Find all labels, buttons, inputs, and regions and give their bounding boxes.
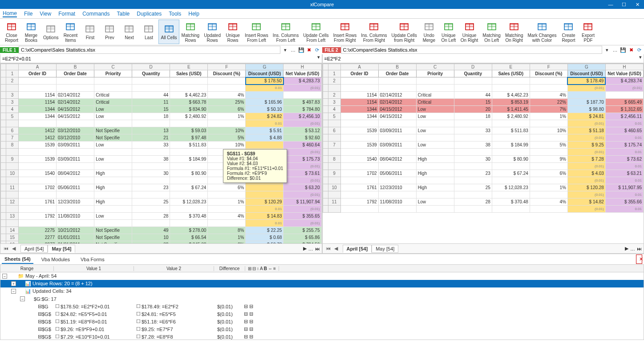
tree-diff-item[interactable]: ⊟ $G$☐$51.19: =E8*F8+0.01☐$51.18: =E6*F6…	[0, 318, 644, 325]
menu-home[interactable]: Home	[3, 10, 17, 17]
cell[interactable]: 1761	[19, 198, 57, 206]
ribbon-update-cells-from-left[interactable]: Update CellsFrom Left	[301, 20, 331, 44]
cell[interactable]: $ 67.24	[170, 184, 208, 191]
close-panel-icon[interactable]: ✕	[636, 255, 642, 264]
cell[interactable]: 15	[454, 99, 492, 106]
prev-icon[interactable]: ◀	[333, 246, 339, 251]
cell[interactable]: 01/01/2011	[57, 234, 94, 241]
cell[interactable]: $ 184.99	[492, 142, 530, 149]
file1-path-input[interactable]	[19, 46, 280, 54]
cell[interactable]: 12/23/2010	[378, 184, 416, 191]
ribbon-ins.-columns-from-left[interactable]: Ins. ColumnsFrom Left	[271, 20, 301, 44]
ribbon-insert-rows-from-left[interactable]: Insert RowsFrom Left	[243, 20, 271, 44]
cell[interactable]: 1%	[208, 113, 246, 120]
next-icon[interactable]: ▶	[625, 246, 628, 251]
cell[interactable]	[57, 77, 94, 85]
cell[interactable]: $ 4,462.23	[170, 92, 208, 99]
cell[interactable]: $ 355.66	[605, 198, 643, 206]
cell[interactable]: 03/09/2011	[378, 142, 416, 149]
right-grid[interactable]: ABCDEFGH1Order IDOrder DatePriorityQuant…	[323, 64, 644, 213]
cell[interactable]	[284, 92, 321, 99]
cell[interactable]: 7%	[530, 106, 567, 113]
cell[interactable]: 38	[454, 142, 492, 149]
cell[interactable]: $ 92.60	[284, 134, 321, 142]
cell[interactable]: 30	[454, 156, 492, 163]
cell[interactable]: $ 80.90	[492, 156, 530, 163]
cell[interactable]: Low	[416, 113, 454, 120]
cell[interactable]: Not Specifie	[94, 234, 132, 241]
cell[interactable]: Critical	[416, 92, 454, 99]
cell[interactable]: 18	[132, 113, 170, 120]
cell[interactable]: $ 784.80	[284, 106, 321, 113]
cell[interactable]: 25	[454, 184, 492, 191]
save-icon[interactable]: 💾	[620, 47, 626, 53]
cell[interactable]: 1%	[208, 198, 246, 206]
cell[interactable]: 1%	[530, 113, 567, 120]
cell[interactable]: 38	[132, 156, 170, 163]
cell[interactable]: Low	[94, 156, 132, 163]
cell[interactable]: 32	[132, 241, 170, 244]
cell[interactable]: Critical	[416, 99, 454, 106]
cell[interactable]: Critical	[94, 92, 132, 99]
cell[interactable]: 08/04/2012	[57, 170, 94, 177]
cell[interactable]: $ 4,283.74	[605, 77, 643, 85]
grid-row[interactable]: 4134404/15/2012Low15$ 834.906%$ 50.10$ 7…	[1, 106, 322, 113]
grid-row[interactable]: 3115402/14/2012Critical11$ 663.7825%$ 16…	[1, 99, 322, 106]
toolbar-icon[interactable]: ↕	[257, 266, 259, 271]
cell[interactable]: $ 59.03	[170, 127, 208, 134]
menu-duplicates[interactable]: Duplicates	[137, 11, 162, 17]
toolbar-icon[interactable]: A	[260, 266, 263, 271]
menu-format[interactable]: Format	[58, 11, 75, 17]
cell[interactable]: 18	[454, 113, 492, 120]
cell[interactable]: $ 11,907.95	[605, 184, 643, 191]
cell[interactable]: 28	[454, 198, 492, 206]
ribbon-insert-rows-from-right[interactable]: Insert RowsFrom Right	[331, 20, 359, 44]
first-icon[interactable]: ⏮	[324, 246, 332, 251]
cell[interactable]: 02/14/2012	[378, 99, 416, 106]
cell[interactable]: 13	[132, 127, 170, 134]
cell[interactable]: $ 22.25	[246, 227, 284, 234]
cell[interactable]: $ 165.96	[246, 99, 284, 106]
tree-diff-item[interactable]: ⊟ $G$☐$9.26: =E9*F9+0.01☐$9.25: =E7*F7$(…	[0, 325, 644, 333]
cell[interactable]: 1761	[340, 184, 378, 191]
cell[interactable]: $ 511.83	[170, 142, 208, 149]
cell[interactable]: 33	[454, 127, 492, 134]
cell[interactable]: $ 2,480.92	[170, 113, 208, 120]
cell[interactable]: 11	[132, 99, 170, 106]
cell[interactable]: $ 12,028.23	[170, 198, 208, 206]
cell[interactable]: 12/23/2010	[57, 198, 94, 206]
cell[interactable]: $ 1,411.45	[492, 106, 530, 113]
cell[interactable]: 6%	[208, 241, 246, 244]
cell[interactable]	[19, 77, 57, 85]
cell[interactable]: 2277	[19, 241, 57, 244]
cell[interactable]: $ 178.50	[246, 77, 284, 85]
cell[interactable]: High	[94, 170, 132, 177]
file1-formula-input[interactable]	[0, 54, 316, 63]
cell[interactable]: Critical	[94, 99, 132, 106]
maximize-icon[interactable]: ☐	[617, 2, 631, 8]
menu-commands[interactable]: Commands	[82, 11, 109, 17]
ribbon-unique-rows[interactable]: UniqueRows	[223, 20, 243, 44]
col-range[interactable]: Range	[0, 266, 54, 271]
cell[interactable]: $ 4,462.23	[492, 92, 530, 99]
ribbon-first[interactable]: First	[80, 20, 100, 44]
cell[interactable]: 5%	[530, 142, 567, 149]
cell[interactable]: 1154	[19, 99, 57, 106]
tree-column-g[interactable]: −$G:$G: 17	[0, 295, 644, 303]
menu-table[interactable]: Table	[117, 11, 130, 17]
grid-row[interactable]: 11170205/06/2011High23$ 67.246%$ 63.20	[1, 184, 322, 191]
cell[interactable]: Low	[416, 106, 454, 113]
cell[interactable]: 03/12/2010	[57, 134, 94, 142]
cell[interactable]: $ 178.49	[567, 77, 605, 85]
cell[interactable]: 1154	[19, 92, 57, 99]
cell[interactable]: 1154	[340, 99, 378, 106]
cell[interactable]: 1344	[19, 113, 57, 120]
cell[interactable]: 2275	[19, 227, 57, 234]
bookmark-icon[interactable]: …	[612, 47, 618, 53]
dropdown-icon[interactable]: ▾	[316, 54, 322, 63]
cell[interactable]: 03/09/2011	[378, 127, 416, 134]
cell[interactable]: $ 50.73	[246, 241, 284, 244]
expand-icon[interactable]: +	[11, 281, 16, 286]
cell[interactable]: Not Specifie	[94, 227, 132, 234]
ribbon-matching-rows[interactable]: MatchingRows	[179, 20, 202, 44]
